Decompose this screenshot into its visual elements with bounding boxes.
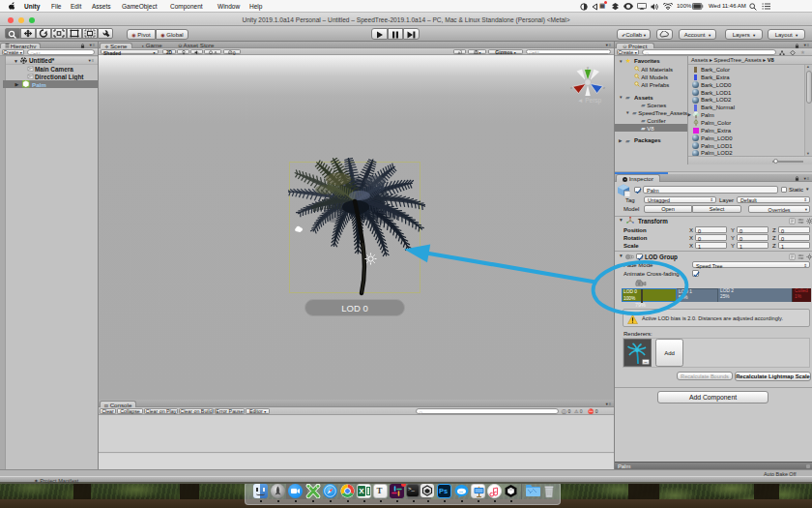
svg-text:y: y	[587, 64, 589, 69]
svg-text:z: z	[603, 85, 605, 90]
svg-text:x: x	[570, 85, 572, 90]
